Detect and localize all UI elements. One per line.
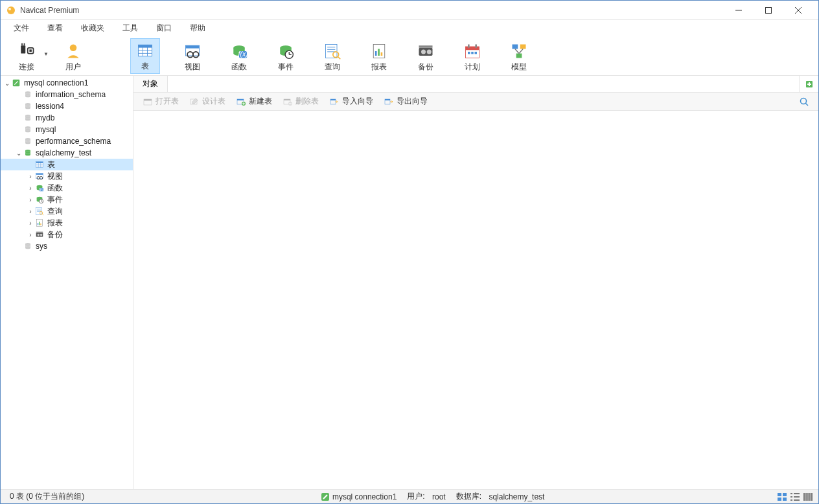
tree-database[interactable]: lession4 xyxy=(1,100,133,112)
search-button[interactable] xyxy=(795,95,813,108)
svg-rect-49 xyxy=(471,52,474,54)
toolbar-query-button[interactable]: 查询 xyxy=(318,40,347,74)
tree-backup[interactable]: ›备份 xyxy=(1,229,133,240)
toolbar-view-button[interactable]: 视图 xyxy=(178,40,207,74)
menu-view[interactable]: 查看 xyxy=(38,21,72,36)
menu-window[interactable]: 窗口 xyxy=(147,21,181,36)
toolbar-event-button[interactable]: 事件 xyxy=(271,40,300,74)
expand-icon[interactable]: › xyxy=(27,231,34,238)
app-icon xyxy=(6,5,16,16)
close-button[interactable] xyxy=(783,1,813,20)
report-icon xyxy=(369,42,389,60)
svg-rect-115 xyxy=(284,99,290,100)
menu-help[interactable]: 帮助 xyxy=(181,21,214,36)
tree-label: mysql xyxy=(36,125,56,134)
tree-database[interactable]: information_schema xyxy=(1,89,133,100)
add-tab-button[interactable] xyxy=(799,76,818,92)
tree-query[interactable]: ›查询 xyxy=(1,205,133,217)
content-area: 对象 打开表设计表新建表删除表导入向导导出向导 xyxy=(133,76,818,489)
import-icon xyxy=(329,97,340,107)
tree-fx[interactable]: ›f(x)函数 xyxy=(1,182,133,194)
tree-label: 函数 xyxy=(47,183,63,194)
toolbar-fx-button[interactable]: f(x)函数 xyxy=(225,40,253,74)
svg-rect-100 xyxy=(36,232,43,233)
tree-database[interactable]: ⌄sqlalchemy_test xyxy=(1,147,133,159)
svg-point-42 xyxy=(427,49,432,54)
expand-icon[interactable]: › xyxy=(27,185,34,192)
view-icon xyxy=(182,42,203,60)
expand-icon[interactable]: ⌄ xyxy=(15,150,23,157)
object-toolbar: 打开表设计表新建表删除表导入向导导出向导 xyxy=(133,93,818,111)
menu-tools[interactable]: 工具 xyxy=(113,21,147,36)
menu-file[interactable]: 文件 xyxy=(5,21,38,36)
view-list-button[interactable] xyxy=(789,492,802,502)
tree-label: mysql connection1 xyxy=(24,78,88,87)
toolbar-label: 连接 xyxy=(19,62,34,73)
expand-icon[interactable]: › xyxy=(27,220,34,227)
user-icon xyxy=(63,42,84,60)
db-icon xyxy=(23,148,33,158)
objtool-import-button[interactable]: 导入向导 xyxy=(325,95,377,108)
svg-point-41 xyxy=(421,49,426,54)
tree-connection[interactable]: ⌄mysql connection1 xyxy=(1,77,133,89)
tree-view[interactable]: ›视图 xyxy=(1,170,133,182)
view-details-button[interactable] xyxy=(802,492,814,502)
minimize-button[interactable] xyxy=(724,1,754,20)
tree-database[interactable]: performance_schema xyxy=(1,135,133,147)
objtool-export-button[interactable]: 导出向导 xyxy=(380,95,432,108)
toolbar-report-button[interactable]: 报表 xyxy=(365,40,393,74)
svg-rect-45 xyxy=(466,47,479,50)
object-list[interactable] xyxy=(133,111,818,489)
toolbar-table-button[interactable]: 表 xyxy=(130,38,160,74)
tab-objects[interactable]: 对象 xyxy=(133,76,168,92)
toolbar-schedule-button[interactable]: 计划 xyxy=(458,40,487,74)
svg-rect-121 xyxy=(385,99,390,100)
objtool-new-button[interactable]: 新建表 xyxy=(232,95,276,108)
svg-rect-127 xyxy=(778,498,781,501)
query-icon xyxy=(34,206,45,216)
objtool-label: 打开表 xyxy=(156,96,179,107)
menu-favorites[interactable]: 收藏夹 xyxy=(72,21,113,36)
tree-label: 视图 xyxy=(47,171,63,182)
toolbar-label: 表 xyxy=(141,61,149,72)
maximize-button[interactable] xyxy=(754,1,783,20)
objtool-delete-button: 删除表 xyxy=(279,95,323,108)
objtool-design-button: 设计表 xyxy=(185,95,229,108)
tree-label: information_schema xyxy=(36,90,106,99)
design-icon xyxy=(189,97,200,107)
tree-database[interactable]: mysql xyxy=(1,124,133,135)
svg-rect-52 xyxy=(520,45,526,49)
expand-icon[interactable]: › xyxy=(27,173,34,180)
dropdown-arrow-icon: ▼ xyxy=(43,51,49,57)
svg-rect-76 xyxy=(36,174,43,175)
expand-icon[interactable]: › xyxy=(27,196,34,203)
svg-rect-138 xyxy=(809,493,811,501)
svg-rect-47 xyxy=(475,45,477,48)
status-count: 0 表 (0 位于当前的组) xyxy=(5,491,89,502)
status-database: 数据库: sqlalchemy_test xyxy=(451,491,550,502)
toolbar-plug-button[interactable]: 连接▼ xyxy=(12,40,41,74)
tree-event[interactable]: ›事件 xyxy=(1,194,133,205)
tree-report[interactable]: ›报表 xyxy=(1,217,133,229)
expand-icon[interactable]: › xyxy=(27,208,34,215)
toolbar-model-button[interactable]: 模型 xyxy=(505,40,533,74)
db-icon xyxy=(23,136,33,146)
expand-icon[interactable]: ⌄ xyxy=(3,80,11,87)
tree-database[interactable]: mydb xyxy=(1,112,133,124)
svg-point-98 xyxy=(38,234,40,236)
toolbar-user-button[interactable]: 用户 xyxy=(59,40,87,74)
query-icon xyxy=(322,42,343,60)
svg-rect-70 xyxy=(36,162,43,163)
svg-rect-95 xyxy=(39,222,40,225)
toolbar-label: 模型 xyxy=(511,62,527,73)
svg-rect-128 xyxy=(783,498,787,501)
svg-rect-133 xyxy=(790,499,792,501)
objtool-label: 新建表 xyxy=(249,96,272,107)
tree-database[interactable]: sys xyxy=(1,240,133,252)
objtool-label: 设计表 xyxy=(202,96,225,107)
view-grid-button[interactable] xyxy=(776,492,789,502)
event-icon xyxy=(34,194,45,205)
toolbar-backup-button[interactable]: 备份 xyxy=(411,40,440,74)
connection-tree[interactable]: ⌄mysql connection1information_schemaless… xyxy=(1,76,133,489)
tree-table[interactable]: 表 xyxy=(1,159,133,170)
